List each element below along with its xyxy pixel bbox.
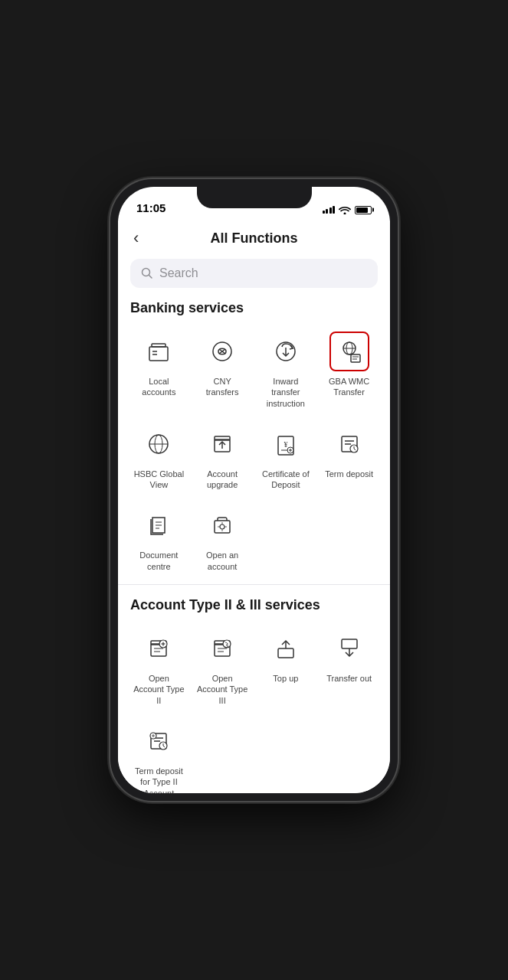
search-bar[interactable]: Search (130, 259, 378, 288)
content-area: ‹ All Functions Search Banking services (118, 220, 390, 793)
transfer-out-item[interactable]: Transfer out (320, 626, 378, 709)
gba-wmc-label: GBA WMC Transfer (323, 376, 375, 398)
battery-fill (356, 207, 368, 213)
open-type2-item[interactable]: Open Account Type II (130, 626, 188, 709)
cny-transfers-item[interactable]: CNY transfers (194, 328, 251, 412)
open-type3-label: Open Account Type III (197, 673, 248, 706)
document-centre-icon (139, 505, 179, 545)
inward-transfer-item[interactable]: Inward transfer instruction (257, 328, 315, 412)
document-centre-label: Document centre (133, 550, 185, 572)
term-deposit-label: Term deposit (325, 469, 373, 479)
page-header: ‹ All Functions (118, 220, 390, 253)
empty-cell-5 (320, 718, 378, 793)
empty-cell-3 (194, 718, 251, 793)
search-placeholder: Search (159, 266, 367, 280)
term-deposit-icon (329, 424, 369, 464)
open-account-label: Open an account (197, 550, 248, 572)
banking-grid-row3: Document centre Open an accoun (130, 502, 378, 575)
top-up-item[interactable]: Top up (257, 626, 315, 709)
open-type3-item[interactable]: Open Account Type III (194, 626, 251, 709)
open-type3-icon (202, 629, 242, 668)
open-type2-label: Open Account Type II (133, 673, 185, 706)
svg-rect-49 (278, 648, 293, 658)
search-icon (141, 267, 153, 279)
term-deposit-type2-label: Term deposit for Type II Account (133, 766, 185, 793)
account-upgrade-icon (202, 424, 242, 464)
inward-transfer-label: Inward transfer instruction (261, 376, 312, 409)
local-accounts-item[interactable]: Local accounts (130, 328, 188, 412)
open-account-item[interactable]: Open an account (194, 502, 251, 575)
account-section-title: Account Type II & III services (130, 597, 378, 613)
svg-rect-11 (351, 354, 360, 362)
transfer-out-label: Transfer out (326, 673, 372, 684)
top-up-label: Top up (273, 673, 298, 684)
empty-cell-1 (257, 502, 315, 575)
svg-rect-1 (149, 347, 168, 361)
account-grid-row1: Open Account Type II (130, 626, 378, 709)
banking-grid-row2: HSBC Global View Account upgra (130, 421, 378, 494)
account-type-section: Account Type II & III services (118, 597, 390, 793)
svg-rect-18 (215, 436, 230, 440)
back-button[interactable]: ‹ (133, 230, 156, 247)
page-title: All Functions (211, 230, 298, 247)
account-upgrade-label: Account upgrade (197, 469, 248, 491)
certificate-deposit-item[interactable]: ¥ Certificate of Deposit (257, 421, 315, 494)
local-accounts-label: Local accounts (133, 376, 185, 398)
svg-point-36 (220, 524, 225, 529)
hsbc-global-icon (139, 424, 179, 464)
svg-text:¥: ¥ (283, 440, 287, 449)
banking-section: Banking services Local (118, 300, 390, 575)
account-upgrade-item[interactable]: Account upgrade (194, 421, 251, 494)
cny-transfers-label: CNY transfers (197, 376, 248, 398)
gba-wmc-icon (329, 332, 369, 371)
term-deposit-type2-item[interactable]: Term deposit for Type II Account (130, 718, 188, 793)
inward-transfer-icon (266, 332, 306, 371)
top-up-icon (266, 629, 306, 668)
document-centre-item[interactable]: Document centre (130, 502, 188, 575)
banking-section-title: Banking services (130, 300, 378, 316)
certificate-deposit-label: Certificate of Deposit (261, 469, 312, 491)
battery-icon (355, 206, 372, 214)
banking-grid-row1: Local accounts CNY transfers (130, 328, 378, 412)
account-grid-row2: Term deposit for Type II Account (130, 718, 378, 793)
status-time: 11:05 (136, 201, 166, 214)
term-deposit-type2-icon (139, 721, 179, 761)
wifi-icon (339, 205, 351, 214)
hsbc-global-label: HSBC Global View (133, 469, 185, 491)
open-type2-icon (139, 629, 179, 668)
status-icons (323, 205, 372, 214)
gba-wmc-item[interactable]: GBA WMC Transfer (320, 328, 378, 412)
hsbc-global-item[interactable]: HSBC Global View (130, 421, 188, 494)
cny-transfers-icon (202, 332, 242, 371)
local-accounts-icon (139, 332, 179, 371)
phone-frame: 11:05 (110, 179, 398, 801)
transfer-out-icon (329, 629, 369, 668)
svg-rect-51 (342, 639, 357, 648)
svg-point-48 (223, 640, 231, 648)
notch (197, 187, 312, 208)
empty-cell-4 (257, 718, 315, 793)
empty-cell-2 (320, 502, 378, 575)
svg-rect-2 (152, 344, 166, 347)
screen: 11:05 (118, 187, 390, 793)
term-deposit-item[interactable]: Term deposit (320, 421, 378, 494)
open-account-icon (202, 505, 242, 545)
section-divider-1 (118, 584, 390, 585)
certificate-deposit-icon: ¥ (266, 424, 306, 464)
signal-icon (323, 206, 336, 214)
